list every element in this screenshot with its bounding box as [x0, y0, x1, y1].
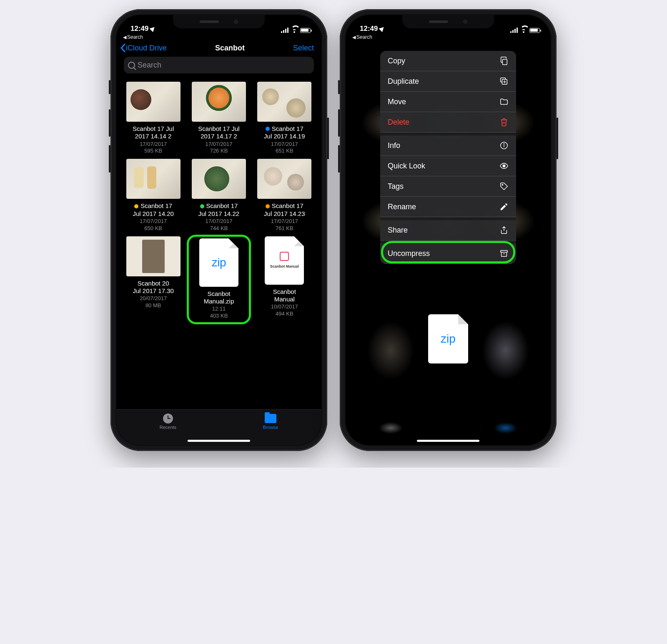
- file-date: 10/07/2017: [253, 303, 316, 311]
- zip-file-icon: zip: [199, 238, 238, 287]
- menu-item-uncompress[interactable]: Uncompress: [380, 241, 516, 264]
- file-thumbnail: [192, 82, 246, 122]
- file-item[interactable]: zipScanbotManual.zip12:11403 KB: [190, 238, 248, 320]
- menu-item-label: Copy: [388, 57, 405, 65]
- menu-item-info[interactable]: Info: [380, 133, 516, 156]
- file-preview-zip[interactable]: zip: [428, 314, 468, 363]
- file-item[interactable]: Scanbot 17Jul 2017 14.1917/07/2017651 KB: [253, 82, 316, 155]
- file-thumbnail: [192, 159, 246, 199]
- file-date: 20/07/2017: [122, 295, 184, 302]
- file-date: 17/07/2017: [253, 218, 316, 225]
- file-size: 595 KB: [122, 148, 184, 155]
- file-name: Scanbot 17: [272, 125, 303, 133]
- tab-recents[interactable]: Recents: [160, 413, 176, 430]
- file-name: Jul 2017 14.20: [122, 210, 184, 218]
- file-name: 2017 14.14 2: [122, 133, 184, 140]
- tutorial-highlight: zipScanbotManual.zip12:11403 KB: [187, 235, 251, 324]
- file-thumbnail: [126, 82, 181, 122]
- file-item[interactable]: Scanbot 20Jul 2017 17.3020/07/201780 MB: [122, 236, 184, 322]
- menu-item-tags[interactable]: Tags: [380, 176, 516, 197]
- context-menu: CopyDuplicateMoveDeleteInfoQuick LookTag…: [380, 51, 516, 264]
- file-size: 726 KB: [188, 148, 250, 155]
- home-indicator[interactable]: [417, 440, 479, 442]
- caret-left-icon: ◀: [352, 35, 356, 40]
- phone-right: 12:49 ◀ Search CopyDuplicateMoveDeleteIn…: [340, 9, 557, 451]
- tag-dot-icon: [200, 204, 204, 208]
- menu-item-duplicate[interactable]: Duplicate: [380, 71, 516, 92]
- share-icon: [499, 226, 509, 235]
- folder-icon: [265, 414, 276, 423]
- file-thumbnail: [126, 159, 181, 199]
- back-to-app[interactable]: ◀ Search: [116, 33, 321, 40]
- svg-rect-0: [502, 59, 507, 65]
- menu-item-copy[interactable]: Copy: [380, 51, 516, 71]
- file-item[interactable]: Scanbot 17Jul 2017 14.2317/07/2017761 KB: [253, 159, 316, 232]
- info-icon: [499, 141, 509, 150]
- file-name: Scanbot 17 Jul: [133, 125, 174, 133]
- status-time: 12:49: [360, 25, 378, 33]
- nav-bar: iCloud Drive Scanbot Select: [116, 40, 321, 55]
- file-size: 403 KB: [190, 313, 248, 320]
- file-name: Scanbot: [273, 288, 296, 296]
- menu-item-label: Uncompress: [388, 249, 430, 258]
- folder-icon: [499, 97, 509, 106]
- menu-item-rename[interactable]: Rename: [380, 197, 516, 217]
- nav-title: Scanbot: [215, 44, 245, 53]
- file-size: 650 KB: [122, 225, 184, 232]
- file-name: Jul 2017 14.23: [253, 210, 316, 218]
- wifi-icon: [520, 28, 527, 33]
- file-thumbnail: [257, 159, 311, 199]
- nav-select-button[interactable]: Select: [293, 44, 314, 53]
- file-date: 17/07/2017: [122, 141, 184, 148]
- file-grid: Scanbot 17 Jul2017 14.14 217/07/2017595 …: [116, 79, 321, 322]
- file-item[interactable]: Scanbot 17Jul 2017 14.2217/07/2017744 KB: [188, 159, 250, 232]
- home-indicator[interactable]: [188, 440, 250, 442]
- file-size: 494 KB: [253, 311, 316, 318]
- tag-dot-icon: [266, 204, 270, 208]
- tag-icon: [499, 182, 509, 191]
- menu-item-label: Move: [388, 98, 406, 106]
- zip-label: zip: [441, 332, 456, 346]
- pencil-icon: [499, 202, 509, 211]
- svg-rect-6: [501, 251, 508, 253]
- nav-back-button[interactable]: iCloud Drive: [120, 43, 167, 53]
- file-item[interactable]: Scanbot 17 Jul2017 14.17 217/07/2017726 …: [188, 82, 250, 155]
- file-name: Scanbot 17 Jul: [198, 125, 239, 133]
- menu-item-delete[interactable]: Delete: [380, 112, 516, 133]
- file-size: 744 KB: [188, 225, 250, 232]
- search-input[interactable]: Search: [124, 57, 314, 73]
- file-item[interactable]: Scanbot 17 Jul2017 14.14 217/07/2017595 …: [122, 82, 184, 155]
- file-date: 17/07/2017: [122, 218, 184, 225]
- notch: [173, 15, 265, 28]
- copy-icon: [499, 56, 509, 65]
- menu-item-move[interactable]: Move: [380, 92, 516, 112]
- back-to-app[interactable]: ◀ Search: [346, 33, 551, 40]
- trash-icon: [499, 118, 509, 127]
- menu-item-label: Duplicate: [388, 77, 419, 86]
- menu-item-share[interactable]: Share: [380, 217, 516, 241]
- file-name: Scanbot 17: [272, 202, 303, 210]
- menu-item-quick-look[interactable]: Quick Look: [380, 156, 516, 176]
- file-date: 17/07/2017: [188, 218, 250, 225]
- file-size: 80 MB: [122, 302, 184, 309]
- file-name: Scanbot 20: [138, 280, 169, 287]
- archive-icon: [499, 249, 509, 258]
- file-size: 651 KB: [253, 148, 316, 155]
- battery-icon: [529, 28, 540, 33]
- file-name: Scanbot 17: [140, 202, 172, 210]
- tab-browse[interactable]: Browse: [263, 413, 278, 430]
- file-item[interactable]: Scanbot 17Jul 2017 14.2017/07/2017650 KB: [122, 159, 184, 232]
- file-date: 17/07/2017: [188, 141, 250, 148]
- svg-point-5: [502, 184, 503, 185]
- location-icon: [150, 25, 156, 32]
- location-icon: [379, 25, 386, 32]
- duplicate-icon: [499, 77, 509, 86]
- file-name: Manual.zip: [190, 298, 248, 305]
- file-item[interactable]: Scanbot ManualScanbotManual10/07/2017494…: [253, 236, 316, 322]
- search-icon: [128, 62, 135, 69]
- file-name: Jul 2017 14.22: [188, 210, 250, 218]
- wifi-icon: [291, 28, 298, 33]
- menu-item-label: Quick Look: [388, 162, 425, 170]
- notch: [402, 15, 494, 28]
- file-date: 12:11: [190, 306, 248, 313]
